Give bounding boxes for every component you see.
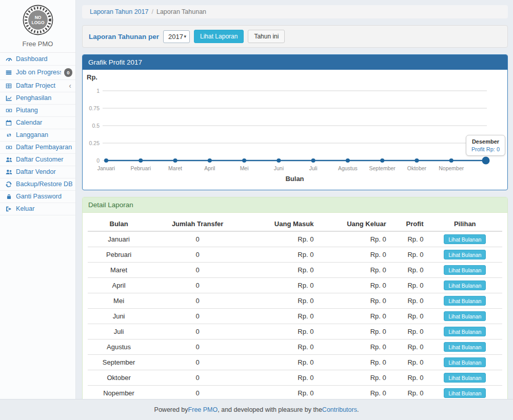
- lihat-bulanan-button[interactable]: Lihat Bulanan: [444, 265, 486, 275]
- sidebar-item-keluar[interactable]: Keluar: [0, 203, 75, 215]
- tooltip-value: Profit Rp: 0: [471, 146, 500, 152]
- data-point[interactable]: [482, 157, 490, 165]
- dashboard-icon: [5, 55, 13, 63]
- col-header: Bulan: [88, 217, 150, 231]
- lihat-bulanan-button[interactable]: Lihat Bulanan: [444, 296, 486, 306]
- sidebar-item-calendar[interactable]: Calendar: [0, 117, 75, 129]
- cell-bulan: Juni: [88, 309, 150, 324]
- sidebar-item-ganti-password[interactable]: Ganti Password: [0, 191, 75, 203]
- lihat-bulanan-button[interactable]: Lihat Bulanan: [444, 357, 486, 367]
- users-icon: [5, 156, 13, 163]
- cell-uang-keluar: Rp. 0: [318, 293, 390, 309]
- data-point[interactable]: [173, 158, 177, 163]
- sidebar-item-langganan[interactable]: Langganan: [0, 129, 75, 142]
- cell-uang-masuk: Rp. 0: [245, 324, 318, 339]
- lihat-bulanan-button[interactable]: Lihat Bulanan: [444, 342, 486, 352]
- cell-pilihan: Lihat Bulanan: [428, 324, 502, 339]
- cell-bulan: Agustus: [88, 339, 150, 355]
- cell-profit: Rp. 0: [390, 324, 428, 339]
- lihat-bulanan-button[interactable]: Lihat Bulanan: [444, 311, 486, 321]
- contributors-link[interactable]: Contributors: [322, 406, 357, 413]
- sidebar-menu: DashboardJob on Progress0Daftar Project‹…: [0, 53, 75, 215]
- cell-jumlah-transfer: 0: [150, 247, 245, 263]
- data-point[interactable]: [415, 158, 419, 163]
- data-point[interactable]: [311, 158, 315, 163]
- table-icon: [5, 83, 13, 89]
- cell-bulan: Mei: [88, 293, 150, 309]
- lihat-bulanan-button[interactable]: Lihat Bulanan: [444, 373, 486, 383]
- lihat-bulanan-button[interactable]: Lihat Bulanan: [444, 388, 486, 398]
- data-point[interactable]: [346, 158, 350, 163]
- cell-bulan: Maret: [88, 263, 150, 278]
- lihat-bulanan-button[interactable]: Lihat Bulanan: [444, 327, 486, 336]
- cell-jumlah-transfer: 0: [150, 324, 245, 339]
- footer-text: Powered by: [154, 406, 188, 413]
- sidebar-item-label: Daftar Project: [16, 83, 66, 89]
- x-tick-label: Mei: [240, 165, 249, 171]
- table-row: Nopember0Rp. 0Rp. 0Rp. 0Lihat Bulanan: [88, 386, 502, 401]
- data-point[interactable]: [104, 158, 108, 163]
- cell-profit: Rp. 0: [390, 386, 428, 401]
- cell-uang-masuk: Rp. 0: [245, 386, 318, 401]
- chart-panel-title: Grafik Profit 2017: [83, 55, 507, 70]
- sidebar: NO LOGO Free PMO DashboardJob on Progres…: [0, 0, 76, 399]
- sidebar-item-penghasilan[interactable]: Penghasilan: [0, 92, 75, 105]
- cell-jumlah-transfer: 0: [150, 309, 245, 324]
- sidebar-item-label: Backup/Restore DB: [16, 181, 72, 188]
- lihat-bulanan-button[interactable]: Lihat Bulanan: [444, 281, 486, 290]
- x-tick-label: Maret: [168, 165, 182, 171]
- lihat-bulanan-button[interactable]: Lihat Bulanan: [444, 250, 486, 259]
- data-point[interactable]: [449, 158, 453, 163]
- table-header-row: BulanJumlah TransferUang MasukUang Kelua…: [88, 217, 502, 231]
- data-point[interactable]: [139, 158, 143, 163]
- col-header: Profit: [390, 217, 428, 231]
- sidebar-item-daftar-vendor[interactable]: Daftar Vendor: [0, 166, 75, 178]
- cell-bulan: Oktober: [88, 370, 150, 386]
- cell-jumlah-transfer: 0: [150, 355, 245, 370]
- free-pmo-link[interactable]: Free PMO: [188, 406, 218, 413]
- sidebar-item-piutang[interactable]: Piutang: [0, 105, 75, 117]
- profit-chart-svg: 10.750.50.250Rp.JanuariPebruariMaretApri…: [83, 70, 507, 190]
- y-tick-label: 0: [96, 157, 100, 164]
- sidebar-item-daftar-customer[interactable]: Daftar Customer: [0, 154, 75, 166]
- svg-text:LOGO: LOGO: [31, 20, 44, 25]
- cell-uang-keluar: Rp. 0: [318, 355, 390, 370]
- cell-uang-keluar: Rp. 0: [318, 247, 390, 263]
- data-point[interactable]: [242, 158, 246, 163]
- x-tick-label: April: [204, 165, 215, 171]
- lihat-laporan-button[interactable]: Lihat Laporan: [194, 30, 244, 43]
- cell-bulan: September: [88, 355, 150, 370]
- calendar-icon: [5, 119, 13, 126]
- money-icon: [5, 107, 13, 114]
- sidebar-item-dashboard[interactable]: Dashboard: [0, 53, 75, 66]
- cell-pilihan: Lihat Bulanan: [428, 309, 502, 324]
- sidebar-item-label: Daftar Customer: [16, 156, 72, 163]
- svg-text:NO: NO: [34, 15, 41, 20]
- cell-jumlah-transfer: 0: [150, 278, 245, 293]
- breadcrumb-separator: /: [148, 8, 156, 15]
- x-tick-label: Oktober: [407, 165, 427, 171]
- sidebar-item-daftar-project[interactable]: Daftar Project‹: [0, 80, 75, 92]
- y-tick-label: 0.5: [92, 123, 100, 129]
- year-select[interactable]: 2017 ▾: [163, 30, 190, 43]
- chevron-left-icon: ‹: [69, 83, 72, 88]
- breadcrumb-current: Laporan Tahunan: [156, 8, 206, 15]
- data-point[interactable]: [277, 158, 281, 163]
- cell-jumlah-transfer: 0: [150, 263, 245, 278]
- cell-pilihan: Lihat Bulanan: [428, 355, 502, 370]
- lihat-bulanan-button[interactable]: Lihat Bulanan: [444, 234, 486, 244]
- sidebar-item-daftar-pembayaran[interactable]: Daftar Pembayaran: [0, 142, 75, 154]
- cell-profit: Rp. 0: [390, 370, 428, 386]
- cell-jumlah-transfer: 0: [150, 293, 245, 309]
- tooltip-title: Desember: [471, 138, 500, 145]
- table-row: Oktober0Rp. 0Rp. 0Rp. 0Lihat Bulanan: [88, 370, 502, 386]
- tahun-ini-button[interactable]: Tahun ini: [248, 30, 285, 43]
- sidebar-item-job-on-progress[interactable]: Job on Progress0: [0, 66, 75, 80]
- sidebar-item-label: Penghasilan: [16, 95, 72, 102]
- report-table-wrap: BulanJumlah TransferUang MasukUang Kelua…: [83, 213, 507, 420]
- data-point[interactable]: [380, 158, 384, 163]
- filter-label: Laporan Tahunan per: [89, 33, 159, 41]
- breadcrumb-link[interactable]: Laporan Tahun 2017: [90, 8, 148, 15]
- data-point[interactable]: [208, 158, 212, 163]
- sidebar-item-backup-restore-db[interactable]: Backup/Restore DB: [0, 178, 75, 191]
